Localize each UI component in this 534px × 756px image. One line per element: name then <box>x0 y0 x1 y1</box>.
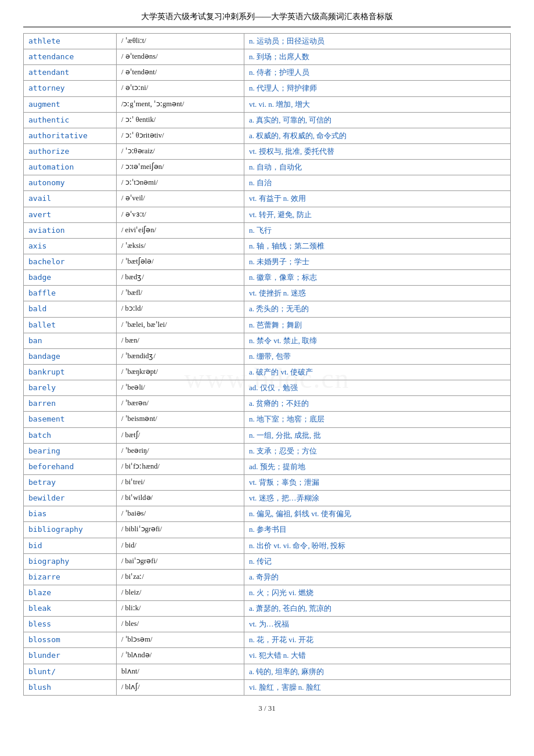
word-cell: barely <box>24 380 117 396</box>
table-row: avert/ əˈvɜːt/vt. 转开, 避免, 防止 <box>24 207 511 222</box>
phonetic-cell: / ˈbæfl/ <box>117 286 244 301</box>
phonetic-cell: / ɔːtəˈmeiʃən/ <box>117 160 244 175</box>
phonetic-cell: / ɔːˈ θentik/ <box>117 112 244 128</box>
definition-cell: n. 自动，自动化 <box>244 160 511 175</box>
table-row: bewilder/ biˈwildə/vt. 迷惑，把…弄糊涂 <box>24 491 511 506</box>
word-cell: aviation <box>24 222 117 238</box>
table-row: basement/ ˈbeismənt/n. 地下室；地窖；底层 <box>24 412 511 427</box>
word-cell: bias <box>24 506 117 522</box>
word-cell: beforehand <box>24 459 117 474</box>
word-cell: blaze <box>24 585 117 600</box>
definition-cell: n. 花，开花 vi. 开花 <box>244 632 511 648</box>
definition-cell: a. 破产的 vt. 使破产 <box>244 364 511 380</box>
word-cell: badge <box>24 270 117 286</box>
definition-cell: a. 钝的, 坦率的, 麻痹的 <box>244 664 511 679</box>
table-row: bearing/ ˈbeəriŋ/n. 支承；忍受；方位 <box>24 443 511 459</box>
definition-cell: vt. 为…祝福 <box>244 617 511 632</box>
phonetic-cell: / ˈbændidʒ/ <box>117 348 244 364</box>
table-row: betray/ biˈtrei/vt. 背叛；辜负；泄漏 <box>24 474 511 490</box>
definition-cell: vi. 犯大错 n. 大错 <box>244 648 511 664</box>
definition-cell: vi. 脸红，害臊 n. 脸红 <box>244 679 511 695</box>
table-row: attorney/ əˈtɔːni/n. 代理人；辩护律师 <box>24 81 511 96</box>
definition-cell: vt. 背叛；辜负；泄漏 <box>244 474 511 490</box>
phonetic-cell: / əˈtendənt/ <box>117 65 244 81</box>
table-row: blaze/ bleiz/n. 火；闪光 vi. 燃烧 <box>24 585 511 600</box>
definition-cell: vt. 使挫折 n. 迷惑 <box>244 286 511 301</box>
word-cell: bid <box>24 538 117 553</box>
table-row: ban/ bæn/n. 禁令 vt. 禁止, 取缔 <box>24 333 511 348</box>
definition-cell: n. 芭蕾舞；舞剧 <box>244 317 511 333</box>
table-row: bleak/ bliːk/a. 萧瑟的, 苍白的, 荒凉的 <box>24 601 511 617</box>
phonetic-cell: / baiˈɔgrəfi/ <box>117 553 244 569</box>
phonetic-cell: / eiviˈeiʃən/ <box>117 222 244 238</box>
phonetic-cell: blʌnt/ <box>117 664 244 679</box>
table-row: blush/ blʌʃ/vi. 脸红，害臊 n. 脸红 <box>24 679 511 695</box>
phonetic-cell: / bid/ <box>117 538 244 553</box>
table-row: bald/ bɔːld/a. 秃头的；无毛的 <box>24 301 511 317</box>
phonetic-cell: / ˈbælei, bæˈlei/ <box>117 317 244 333</box>
definition-cell: n. 地下室；地窖；底层 <box>244 412 511 427</box>
definition-cell: vt. vi. n. 增加, 增大 <box>244 96 511 112</box>
table-row: blossom/ ˈblɔsəm/n. 花，开花 vi. 开花 <box>24 632 511 648</box>
table-row: bizarre/ biˈzaː/a. 奇异的 <box>24 569 511 585</box>
definition-cell: n. 轴，轴线；第二颈椎 <box>244 238 511 254</box>
definition-cell: a. 真实的, 可靠的, 可信的 <box>244 112 511 128</box>
table-row: batch/ bætʃ/n. 一组, 分批, 成批, 批 <box>24 427 511 443</box>
word-cell: blush <box>24 679 117 695</box>
word-cell: attendant <box>24 65 117 81</box>
table-row: autonomy/ ɔːˈtɔnəmi/n. 自治 <box>24 175 511 191</box>
table-row: authentic/ ɔːˈ θentik/a. 真实的, 可靠的, 可信的 <box>24 112 511 128</box>
word-cell: bankrupt <box>24 364 117 380</box>
table-row: blunt/blʌnt/a. 钝的, 坦率的, 麻痹的 <box>24 664 511 679</box>
phonetic-cell: /ɔːgˈment, ˈɔːgmənt/ <box>117 96 244 112</box>
phonetic-cell: / ɔːˈtɔnəmi/ <box>117 175 244 191</box>
definition-cell: n. 参考书目 <box>244 522 511 538</box>
table-row: beforehand/ biˈfɔːhænd/ad. 预先；提前地 <box>24 459 511 474</box>
phonetic-cell: / biˈzaː/ <box>117 569 244 585</box>
word-cell: barren <box>24 396 117 412</box>
definition-cell: n. 支承；忍受；方位 <box>244 443 511 459</box>
phonetic-cell: / ˈæksis/ <box>117 238 244 254</box>
phonetic-cell: / blʌʃ/ <box>117 679 244 695</box>
definition-cell: n. 禁令 vt. 禁止, 取缔 <box>244 333 511 348</box>
definition-cell: ad. 预先；提前地 <box>244 459 511 474</box>
phonetic-cell: / əˈveil/ <box>117 191 244 207</box>
table-row: augment/ɔːgˈment, ˈɔːgmənt/vt. vi. n. 增加… <box>24 96 511 112</box>
table-row: authorize/ ˈɔːθəraiz/vt. 授权与, 批准, 委托代替 <box>24 143 511 159</box>
definition-cell: n. 传记 <box>244 553 511 569</box>
phonetic-cell: / bliːk/ <box>117 601 244 617</box>
table-row: barren/ ˈbærən/a. 贫瘠的；不妊的 <box>24 396 511 412</box>
table-row: aviation/ eiviˈeiʃən/n. 飞行 <box>24 222 511 238</box>
phonetic-cell: / biˈfɔːhænd/ <box>117 459 244 474</box>
table-row: bachelor/ ˈbætʃələ/n. 未婚男子；学士 <box>24 254 511 269</box>
table-row: bless/ bles/vt. 为…祝福 <box>24 617 511 632</box>
word-cell: authorize <box>24 143 117 159</box>
definition-cell: a. 贫瘠的；不妊的 <box>244 396 511 412</box>
page-number: 3 / 31 <box>23 704 511 713</box>
definition-cell: n. 绷带, 包带 <box>244 348 511 364</box>
definition-cell: n. 未婚男子；学士 <box>244 254 511 269</box>
definition-cell: vt. 转开, 避免, 防止 <box>244 207 511 222</box>
word-cell: authoritative <box>24 128 117 143</box>
word-cell: basement <box>24 412 117 427</box>
phonetic-cell: / ˈbaiəs/ <box>117 506 244 522</box>
definition-cell: a. 权威的, 有权威的, 命令式的 <box>244 128 511 143</box>
phonetic-cell: / ˈbeismənt/ <box>117 412 244 427</box>
phonetic-cell: / ˈblɔsəm/ <box>117 632 244 648</box>
word-cell: bless <box>24 617 117 632</box>
phonetic-cell: / ˈbærən/ <box>117 396 244 412</box>
table-row: bias/ ˈbaiəs/n. 偏见, 偏祖, 斜线 vt. 使有偏见 <box>24 506 511 522</box>
vocabulary-table: athlete/ ˈæθliːt/n. 运动员；田径运动员attendance/… <box>23 33 511 696</box>
word-cell: ballet <box>24 317 117 333</box>
phonetic-cell: / ˈbeəli/ <box>117 380 244 396</box>
page-title: 大学英语六级考试复习冲刺系列——大学英语六级高频词汇表格音标版 <box>23 12 511 27</box>
word-cell: ban <box>24 333 117 348</box>
word-cell: augment <box>24 96 117 112</box>
definition-cell: n. 自治 <box>244 175 511 191</box>
phonetic-cell: / əˈvɜːt/ <box>117 207 244 222</box>
table-row: biography/ baiˈɔgrəfi/n. 传记 <box>24 553 511 569</box>
word-cell: blossom <box>24 632 117 648</box>
word-cell: bewilder <box>24 491 117 506</box>
phonetic-cell: / bɔːld/ <box>117 301 244 317</box>
phonetic-cell: / ˈbeəriŋ/ <box>117 443 244 459</box>
